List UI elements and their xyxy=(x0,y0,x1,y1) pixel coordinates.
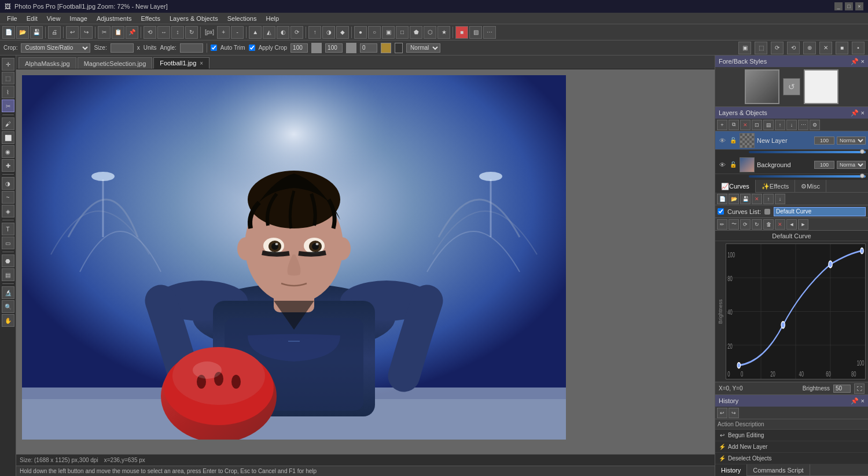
size-input[interactable] xyxy=(111,43,134,53)
layer-eye-bg[interactable]: 👁 xyxy=(718,160,727,169)
tool-smudge[interactable]: ~ xyxy=(2,191,14,204)
curve-ctrl-wave[interactable]: 〜 xyxy=(729,219,739,230)
layer-settings-btn[interactable]: ⚙ xyxy=(810,120,820,130)
tab-misc[interactable]: ⚙ Misc xyxy=(795,180,826,193)
curve-ctrl-pencil[interactable]: ✏ xyxy=(717,219,727,230)
tool-extra-6[interactable]: ✕ xyxy=(819,42,832,54)
layer-opacity-bg[interactable] xyxy=(814,161,834,169)
maximize-button[interactable]: □ xyxy=(845,2,853,10)
curve-graph[interactable]: 100 80 40 20 0 0 20 40 60 80 100 xyxy=(726,243,866,379)
color-btn-2[interactable]: ▧ xyxy=(469,26,482,39)
history-title-bar[interactable]: History 📌 × xyxy=(715,395,868,407)
canvas-wrapper[interactable] xyxy=(16,69,715,454)
tab-football1[interactable]: Football1.jpg × xyxy=(153,57,209,69)
fore-back-close[interactable]: × xyxy=(861,58,865,65)
merge-layer-btn[interactable]: ⊡ xyxy=(752,120,762,130)
tab-magneticselection[interactable]: MagneticSelection.jpg xyxy=(78,57,153,69)
brightness-expand-btn[interactable]: ⛶ xyxy=(854,383,865,394)
open-button[interactable]: 📂 xyxy=(16,26,29,39)
layers-close[interactable]: × xyxy=(861,109,865,117)
tool-select-rect[interactable]: ⬚ xyxy=(2,72,14,84)
shapes-g-btn[interactable]: ★ xyxy=(437,26,450,39)
color-btn-1[interactable]: ■ xyxy=(455,26,468,39)
fore-back-pin[interactable]: 📌 xyxy=(851,58,859,65)
paste-button[interactable]: 📌 xyxy=(126,26,138,39)
tool-clone[interactable]: ◉ xyxy=(2,145,14,158)
shapes-b-btn[interactable]: ○ xyxy=(368,26,381,39)
val1-input[interactable] xyxy=(290,43,308,53)
more-btn[interactable]: ⋯ xyxy=(483,26,496,39)
layer-more-btn[interactable]: ⋯ xyxy=(798,120,808,130)
close-button[interactable]: × xyxy=(855,2,863,10)
curve-ctrl-left[interactable]: ◄ xyxy=(786,219,797,230)
menu-file[interactable]: File xyxy=(2,13,22,24)
history-item-begun[interactable]: ↩ Begun Editing xyxy=(715,430,868,441)
arrow-up-btn[interactable]: ↑ xyxy=(308,26,321,39)
print-button[interactable]: 🖨 xyxy=(48,26,61,39)
layer-slider-new[interactable] xyxy=(749,151,866,153)
curve-ctrl-refresh-2[interactable]: ↻ xyxy=(752,219,762,230)
menu-effects[interactable]: Effects xyxy=(136,13,164,24)
history-item-add-layer[interactable]: ⚡ Add New Layer xyxy=(715,441,868,453)
curve-ctrl-refresh-1[interactable]: ⟳ xyxy=(740,219,751,230)
new-button[interactable]: 📄 xyxy=(2,26,15,39)
tool-eraser[interactable]: ⬜ xyxy=(2,131,14,144)
flatten-btn[interactable]: ▤ xyxy=(763,120,774,130)
shapes-f-btn[interactable]: ⬡ xyxy=(424,26,436,39)
tool-extra-7[interactable]: ■ xyxy=(836,42,848,54)
tool-hand[interactable]: ✋ xyxy=(2,314,14,327)
menu-help[interactable]: Help xyxy=(261,13,284,24)
tool-extra-3[interactable]: ⟳ xyxy=(771,42,784,54)
tab-football1-close[interactable]: × xyxy=(200,60,203,67)
history-back-btn[interactable]: ↩ xyxy=(717,408,727,418)
default-curve-input[interactable] xyxy=(774,207,866,216)
menu-image[interactable]: Image xyxy=(65,13,92,24)
menu-edit[interactable]: Edit xyxy=(22,13,42,24)
curves-open-btn[interactable]: 📂 xyxy=(729,194,739,204)
layer-blend-new[interactable]: Norma xyxy=(837,136,866,145)
curve-ctrl-delete[interactable]: 🗑 xyxy=(763,219,774,230)
curve-ctrl-minus[interactable]: ✕ xyxy=(775,219,785,230)
curves-down-btn[interactable]: ↓ xyxy=(775,194,785,204)
layer-lock-bg[interactable]: 🔓 xyxy=(729,161,737,169)
menu-adjustments[interactable]: Adjustments xyxy=(92,13,137,24)
tool-sharpen[interactable]: ◈ xyxy=(2,205,14,217)
curves-up-btn[interactable]: ↑ xyxy=(763,194,774,204)
zoom-out-button[interactable]: - xyxy=(231,26,244,39)
tool-crop[interactable]: ✂ xyxy=(2,99,14,112)
shapes-d-btn[interactable]: □ xyxy=(396,26,409,39)
zoom-in-button[interactable]: + xyxy=(217,26,230,39)
curves-save-btn[interactable]: 💾 xyxy=(740,194,751,204)
tool-pointer[interactable]: ✛ xyxy=(2,58,14,71)
shapes-a-btn[interactable]: ● xyxy=(354,26,367,39)
tool-select-lasso[interactable]: ⌇ xyxy=(2,86,14,98)
fore-swatch[interactable] xyxy=(745,69,779,104)
layer-down-btn[interactable]: ↓ xyxy=(786,120,797,130)
redo-button[interactable]: ↪ xyxy=(80,26,93,39)
tab-curves[interactable]: 📈 Curves xyxy=(715,180,756,193)
rotate-button[interactable]: ↻ xyxy=(185,26,198,39)
diamond-btn[interactable]: ◆ xyxy=(336,26,349,39)
auto-trim-checkbox[interactable] xyxy=(211,45,217,51)
shapes-c-btn[interactable]: ▣ xyxy=(382,26,395,39)
duplicate-layer-btn[interactable]: ⧉ xyxy=(729,120,739,130)
history-pin[interactable]: 📌 xyxy=(851,397,859,405)
fore-back-title-bar[interactable]: Fore/Back Styles 📌 × xyxy=(715,56,868,67)
cut-button[interactable]: ✂ xyxy=(98,26,111,39)
arc-btn[interactable]: ◐ xyxy=(277,26,289,39)
minimize-button[interactable]: _ xyxy=(834,2,843,10)
flip-v-button[interactable]: ↕ xyxy=(171,26,184,39)
tool-extra-8[interactable]: ▪ xyxy=(852,42,865,54)
val2-input[interactable] xyxy=(325,43,343,53)
history-close[interactable]: × xyxy=(861,397,865,405)
layer-opacity-new[interactable] xyxy=(814,136,834,145)
layers-pin[interactable]: 📌 xyxy=(851,109,859,117)
history-forward-btn[interactable]: ↪ xyxy=(729,408,739,418)
triangle-half-btn[interactable]: ◭ xyxy=(263,26,275,39)
tool-gradient[interactable]: ▤ xyxy=(2,268,14,281)
tool-zoom[interactable]: 🔍 xyxy=(2,300,14,313)
layer-slider-bg[interactable] xyxy=(749,175,866,178)
layer-row-bg[interactable]: 👁 🔓 Background Norma xyxy=(715,156,868,174)
layer-row-new[interactable]: 👁 🔓 New Layer Norma xyxy=(715,131,868,150)
save-button[interactable]: 💾 xyxy=(30,26,43,39)
